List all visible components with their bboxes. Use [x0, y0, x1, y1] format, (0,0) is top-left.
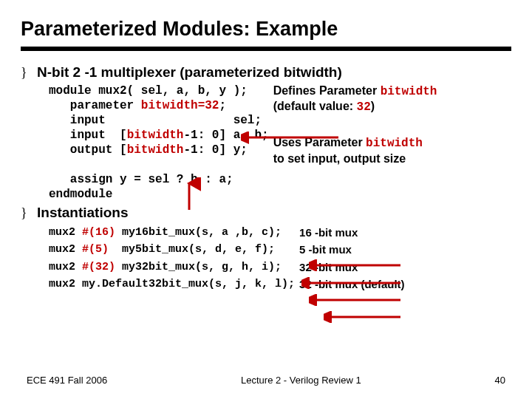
- code-line: parameter: [49, 99, 141, 112]
- section1-notes: Defines Parameter bitwidth (default valu…: [273, 83, 511, 186]
- note-mono: bitwidth: [366, 137, 423, 150]
- bullet-1-text: N-bit 2 -1 multiplexer (parameterized bi…: [37, 64, 342, 81]
- note-text: to set input, output size: [273, 152, 406, 165]
- note-text: Defines Parameter: [273, 84, 381, 97]
- code-line: endmodule: [49, 188, 112, 201]
- arrow-inst-4: [324, 311, 406, 323]
- bullet-2: } Instantiations: [21, 205, 511, 221]
- instantiation-code: mux2 #(16) my16bit_mux(s, a ,b, c); mux2…: [21, 224, 295, 293]
- note-defines: Defines Parameter bitwidth (default valu…: [273, 83, 511, 115]
- code-line: assign y = sel ? b : a;: [49, 173, 233, 186]
- title-rule: [21, 47, 511, 51]
- code-line: mux2: [49, 226, 82, 239]
- note-uses: Uses Parameter bitwidth to set input, ou…: [273, 135, 511, 165]
- code-line: -1: 0] y;: [183, 143, 247, 157]
- code-line: mux2: [49, 261, 82, 273]
- footer-center: Lecture 2 - Verilog Review 1: [241, 375, 361, 386]
- footer-page: 40: [495, 375, 505, 386]
- code-line: my16bit_mux(s, a ,b, c);: [115, 226, 282, 239]
- code-line: mux2: [49, 243, 82, 256]
- code-red: #(16): [82, 226, 115, 239]
- module-code: module mux2( sel, a, b, y ); parameter b…: [21, 83, 269, 202]
- bullet-icon: }: [21, 65, 37, 81]
- bullet-2-text: Instantiations: [37, 205, 129, 221]
- code-line: output [: [49, 143, 127, 157]
- code-red: #(32): [82, 261, 115, 273]
- code-line: my5bit_mux(s, d, e, f);: [115, 243, 275, 256]
- bullet-1: } N-bit 2 -1 multiplexer (parameterized …: [21, 64, 511, 81]
- page-title: Parameterized Modules: Example: [21, 18, 511, 41]
- note-32bit: 32 -bit mux: [299, 259, 416, 276]
- note-text: Uses Parameter: [273, 136, 366, 149]
- code-line: module mux2( sel, a, b, y );: [49, 84, 248, 98]
- code-red: bitwidth: [127, 129, 184, 142]
- code-red: #(5): [82, 243, 115, 256]
- code-line: input [: [49, 129, 127, 142]
- note-text: (default value:: [273, 100, 357, 112]
- code-red: bitwidth: [127, 143, 184, 157]
- bullet-icon: }: [21, 205, 37, 221]
- section1-content: module mux2( sel, a, b, y ); parameter b…: [21, 83, 511, 202]
- note-mono: 32: [357, 100, 371, 114]
- code-line: -1: 0] a, b;: [183, 129, 268, 142]
- section2-content: mux2 #(16) my16bit_mux(s, a ,b, c); mux2…: [21, 224, 511, 293]
- note-32bit-default: 32 -bit mux (default): [299, 276, 416, 293]
- arrow-inst-3: [309, 294, 406, 306]
- code-line: input sel;: [49, 114, 262, 127]
- slide-footer: ECE 491 Fall 2006 Lecture 2 - Verilog Re…: [0, 375, 532, 386]
- instantiation-notes: 16 -bit mux 5 -bit mux 32 -bit mux 32 -b…: [299, 224, 416, 293]
- code-line: my32bit_mux(s, g, h, i);: [115, 261, 282, 273]
- note-mono: bitwidth: [381, 85, 437, 98]
- code-line: ;: [219, 99, 226, 112]
- note-5bit: 5 -bit mux: [299, 241, 416, 258]
- code-line: mux2 my.Default32bit_mux(s, j, k, l);: [49, 278, 295, 290]
- footer-left: ECE 491 Fall 2006: [27, 375, 107, 386]
- note-text: ): [371, 100, 375, 112]
- code-red: bitwidth=32: [141, 99, 219, 112]
- note-16bit: 16 -bit mux: [299, 224, 416, 241]
